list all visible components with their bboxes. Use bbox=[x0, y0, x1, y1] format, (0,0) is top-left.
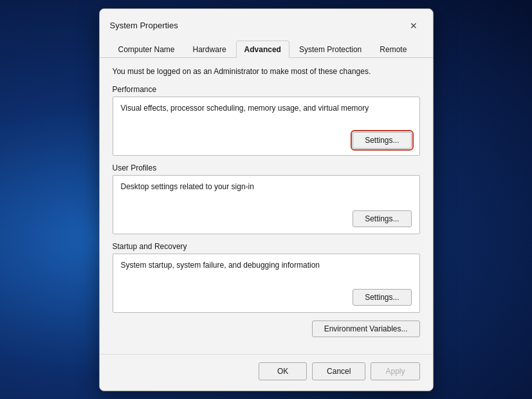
performance-settings-button[interactable]: Settings... bbox=[353, 132, 411, 149]
user-profiles-desc: Desktop settings related to your sign-in bbox=[121, 182, 412, 191]
close-button[interactable]: ✕ bbox=[405, 17, 423, 35]
performance-label: Performance bbox=[113, 85, 420, 94]
user-profiles-box: Desktop settings related to your sign-in… bbox=[113, 175, 420, 234]
cancel-button[interactable]: Cancel bbox=[312, 362, 365, 380]
system-properties-dialog: System Properties ✕ Computer Name Hardwa… bbox=[99, 8, 434, 391]
user-profiles-btn-row: Settings... bbox=[121, 210, 412, 227]
performance-btn-row: Settings... bbox=[121, 132, 412, 149]
ok-button[interactable]: OK bbox=[259, 362, 307, 380]
tab-system-protection[interactable]: System Protection bbox=[291, 41, 370, 58]
info-message: You must be logged on as an Administrato… bbox=[113, 67, 420, 76]
tab-hardware[interactable]: Hardware bbox=[185, 41, 235, 58]
performance-section: Performance Visual effects, processor sc… bbox=[113, 85, 420, 156]
env-variables-row: Environment Variables... bbox=[113, 320, 420, 344]
dialog-footer: OK Cancel Apply bbox=[100, 354, 433, 391]
startup-recovery-desc: System startup, system failure, and debu… bbox=[121, 261, 412, 270]
startup-recovery-section: Startup and Recovery System startup, sys… bbox=[113, 242, 420, 313]
tab-remote[interactable]: Remote bbox=[371, 41, 415, 58]
startup-recovery-box: System startup, system failure, and debu… bbox=[113, 254, 420, 313]
dialog-title: System Properties bbox=[110, 21, 178, 30]
tab-bar: Computer Name Hardware Advanced System P… bbox=[100, 35, 433, 58]
startup-recovery-btn-row: Settings... bbox=[121, 289, 412, 306]
performance-box: Visual effects, processor scheduling, me… bbox=[113, 97, 420, 156]
environment-variables-button[interactable]: Environment Variables... bbox=[312, 320, 420, 337]
tab-advanced[interactable]: Advanced bbox=[236, 41, 289, 58]
tab-content: You must be logged on as an Administrato… bbox=[100, 58, 433, 354]
startup-recovery-settings-button[interactable]: Settings... bbox=[353, 289, 411, 306]
tab-computer-name[interactable]: Computer Name bbox=[110, 41, 183, 58]
user-profiles-settings-button[interactable]: Settings... bbox=[353, 210, 411, 227]
title-bar: System Properties ✕ bbox=[100, 9, 433, 35]
performance-desc: Visual effects, processor scheduling, me… bbox=[121, 104, 412, 113]
user-profiles-section: User Profiles Desktop settings related t… bbox=[113, 163, 420, 234]
startup-recovery-label: Startup and Recovery bbox=[113, 242, 420, 251]
user-profiles-label: User Profiles bbox=[113, 163, 420, 172]
apply-button[interactable]: Apply bbox=[371, 362, 419, 380]
